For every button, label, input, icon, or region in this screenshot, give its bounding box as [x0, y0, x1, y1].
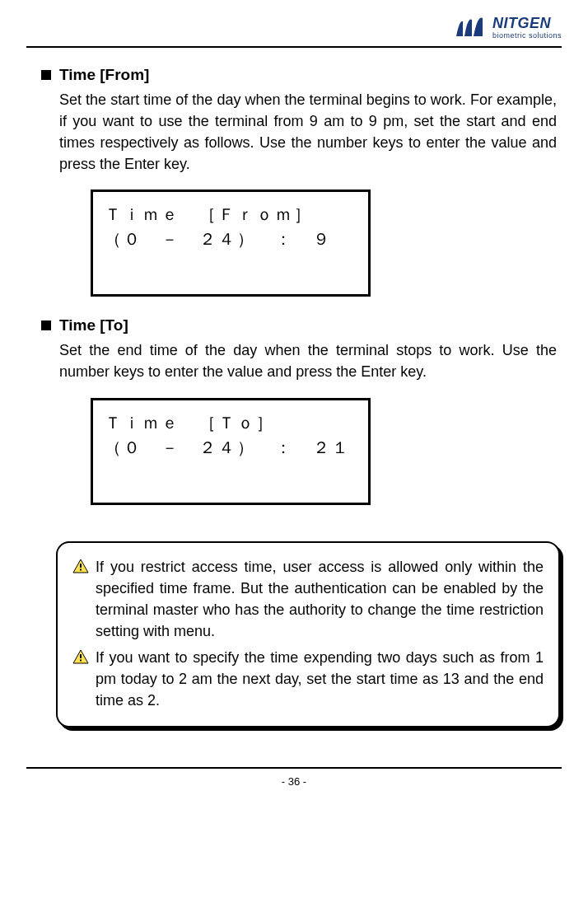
note-item: If you restrict access time, user access… — [72, 556, 544, 642]
svg-rect-3 — [80, 659, 82, 661]
note-item: If you want to specify the time expendin… — [72, 647, 544, 711]
note-text: If you restrict access time, user access… — [96, 556, 544, 642]
brand-name: NITGEN — [492, 16, 562, 30]
brand-subtitle: biometric solutions — [492, 32, 562, 40]
brand-logo: NITGEN biometric solutions — [455, 15, 562, 40]
notes-callout: If you restrict access time, user access… — [56, 541, 560, 728]
section-body: Set the end time of the day when the ter… — [41, 339, 557, 382]
svg-rect-2 — [80, 654, 82, 658]
section-time-to: Time [To] Set the end time of the day wh… — [41, 316, 557, 504]
page-content: Time [From] Set the start time of the da… — [26, 66, 562, 728]
svg-rect-1 — [80, 568, 82, 570]
warning-icon — [72, 559, 89, 573]
terminal-display-to: Ｔｉｍｅ ［Ｔｏ］ （０ － ２４） ： ２１ — [91, 398, 371, 505]
warning-icon — [72, 649, 89, 664]
nitgen-logo-icon — [455, 15, 488, 40]
section-title: Time [To] — [59, 316, 128, 335]
square-bullet-icon — [41, 70, 51, 80]
svg-rect-0 — [80, 564, 82, 568]
square-bullet-icon — [41, 320, 51, 330]
section-title: Time [From] — [59, 66, 149, 84]
page-header: NITGEN biometric solutions — [26, 15, 562, 48]
page-number: - 36 - — [26, 769, 562, 801]
section-time-from: Time [From] Set the start time of the da… — [41, 66, 557, 297]
terminal-display-from: Ｔｉｍｅ ［Ｆｒｏｍ］ （０ － ２４） ： ９ — [91, 189, 371, 297]
note-text: If you want to specify the time expendin… — [96, 647, 544, 711]
section-body: Set the start time of the day when the t… — [41, 89, 557, 175]
